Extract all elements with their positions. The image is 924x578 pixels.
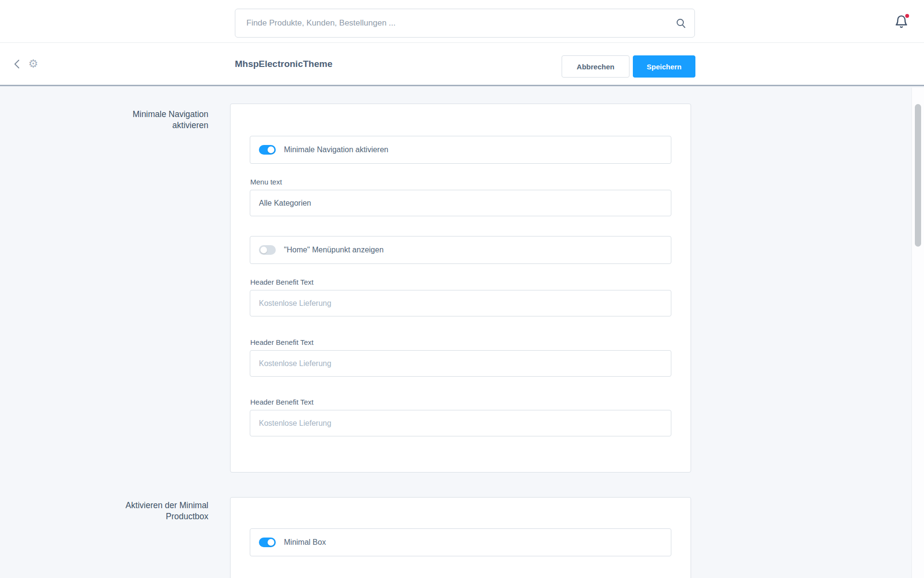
toggle-home-menu-item[interactable]: "Home" Menüpunkt anzeigen — [250, 236, 671, 264]
toggle-minimal-box[interactable]: Minimal Box — [250, 528, 671, 556]
toggle-on-icon[interactable] — [259, 538, 276, 547]
search-icon[interactable] — [675, 17, 687, 29]
notification-badge — [904, 13, 910, 19]
toggle-label: Minimal Box — [284, 538, 326, 547]
card-minimal-navigation: Minimale Navigation aktivieren Menu text… — [230, 104, 691, 473]
toggle-on-icon[interactable] — [259, 145, 276, 155]
save-button[interactable]: Speichern — [633, 55, 695, 78]
gear-icon[interactable]: ⚙ — [27, 57, 39, 70]
scrollbar-thumb[interactable] — [915, 104, 921, 247]
toggle-minimal-navigation[interactable]: Minimale Navigation aktivieren — [250, 136, 671, 164]
toggle-off-icon[interactable] — [259, 245, 276, 255]
toggle-label: Minimale Navigation aktivieren — [284, 145, 388, 154]
topbar — [0, 0, 924, 43]
section-label-minimal-navigation: Minimale Navigation aktivieren — [103, 109, 208, 131]
page-title: MhspElectronicTheme — [235, 43, 333, 85]
section-label-minimal-productbox: Aktivieren der Minimal Productbox — [103, 500, 208, 523]
menu-text-input[interactable] — [250, 190, 671, 216]
global-search[interactable] — [235, 9, 695, 38]
theme-settings-content: Minimale Navigation aktivieren Minimale … — [0, 88, 924, 578]
header-benefit-label-3: Header Benefit Text — [250, 398, 671, 406]
scrollbar-track[interactable] — [911, 88, 924, 578]
notifications-button[interactable] — [894, 14, 909, 30]
menu-text-label: Menu text — [250, 178, 671, 186]
smartbar: ⚙ MhspElectronicTheme Abbrechen Speicher… — [0, 43, 924, 86]
cancel-button[interactable]: Abbrechen — [562, 55, 629, 78]
toggle-label: "Home" Menüpunkt anzeigen — [284, 246, 384, 254]
header-benefit-input-3[interactable] — [250, 410, 671, 436]
header-benefit-label-2: Header Benefit Text — [250, 338, 671, 346]
search-input[interactable] — [235, 9, 675, 37]
header-benefit-input-2[interactable] — [250, 350, 671, 377]
card-minimal-productbox: Minimal Box — [230, 497, 691, 578]
header-benefit-label-1: Header Benefit Text — [250, 278, 671, 286]
chevron-left-icon[interactable] — [13, 59, 22, 69]
header-benefit-input-1[interactable] — [250, 290, 671, 316]
